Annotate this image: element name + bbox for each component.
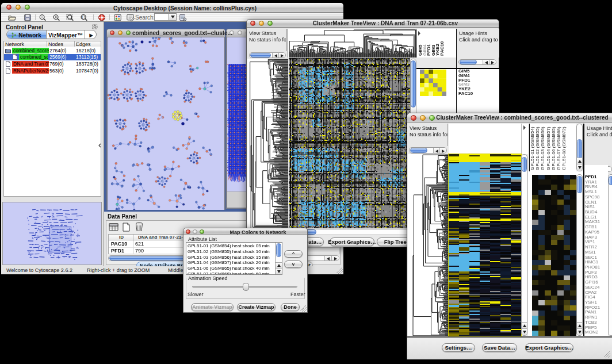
- tv1-row-dendrogram-canvas[interactable]: [247, 59, 288, 228]
- tv1-heatmap-vscroll-thumb[interactable]: [411, 60, 416, 108]
- network-table-header-nodes[interactable]: Nodes: [47, 41, 75, 47]
- network-table-row[interactable]: RNAPuberNov2+563(0)107847(0): [4, 67, 101, 74]
- tv2-minimize-button[interactable]: [420, 115, 426, 121]
- tv1-heatmap[interactable]: [289, 58, 410, 228]
- float-panel-icon[interactable]: [92, 24, 98, 29]
- tab-more-button[interactable]: ▶: [85, 30, 97, 39]
- scroll-left-icon[interactable]: [433, 148, 439, 154]
- scroll-down-icon[interactable]: [577, 164, 582, 171]
- divider-collapse-icon[interactable]: [98, 143, 102, 148]
- scroll-right-icon[interactable]: [278, 53, 285, 58]
- scroll-left-icon[interactable]: [324, 256, 331, 261]
- tab-vizmapper[interactable]: VizMapper™: [47, 30, 85, 39]
- network-overview-canvas[interactable]: [3, 202, 101, 265]
- tv2-heatmap-vscroll-thumb[interactable]: [522, 157, 527, 172]
- network-table-row[interactable]: DNA and Tran 07769(0)183728(0): [4, 60, 101, 67]
- tv2-genes-vscroll-thumb[interactable]: [609, 176, 612, 185]
- attribute-list-item[interactable]: GPL51-03 (GSM856) heat shock 15 min: [188, 255, 274, 260]
- window-a-minimize-button[interactable]: [118, 30, 123, 35]
- tv1-similarity-matrix[interactable]: [420, 70, 446, 96]
- save-icon[interactable]: [24, 14, 32, 21]
- animation-slider-thumb[interactable]: [243, 283, 249, 291]
- new-attribute-icon[interactable]: [122, 223, 131, 232]
- filter-icon[interactable]: [179, 14, 187, 21]
- tv2-maximize-button[interactable]: [429, 115, 435, 121]
- move-up-button[interactable]: ^: [284, 250, 303, 258]
- scroll-right-icon[interactable]: [489, 60, 496, 65]
- tv2-export-graphics-button[interactable]: Export Graphics…: [525, 343, 573, 352]
- vizmapper-icon[interactable]: [114, 14, 122, 21]
- tv2-zoom-vscroll-thumb[interactable]: [577, 176, 582, 193]
- tv1-minimize-button[interactable]: [259, 21, 264, 26]
- dialog-minimize-button[interactable]: [193, 229, 197, 234]
- tv2-heatmap[interactable]: [449, 154, 521, 336]
- dialog-maximize-button[interactable]: [200, 229, 204, 234]
- network-view-a[interactable]: [108, 37, 224, 210]
- attribute-list-vscroll-thumb[interactable]: [276, 243, 281, 257]
- tv1-column-dendrogram-canvas[interactable]: [289, 29, 416, 58]
- done-button[interactable]: Done: [281, 303, 300, 311]
- window-a-titlebar[interactable]: combined_scores_good.txt--cluste...: [107, 29, 225, 37]
- scroll-left-icon[interactable]: [483, 60, 489, 65]
- attribute-list-item[interactable]: GPL51-07 (GSM868) heat shock 60 min: [188, 271, 274, 274]
- network-window-a[interactable]: combined_scores_good.txt--cluste...: [106, 29, 225, 210]
- help-ring-icon[interactable]: [98, 14, 106, 21]
- dialog-titlebar[interactable]: Map Colors to Network: [183, 228, 307, 235]
- attribute-list[interactable]: GPL51-01 (GSM854) heat shock 05 minGPL51…: [186, 242, 282, 275]
- tv2-labels-vscroll-thumb[interactable]: [577, 139, 582, 160]
- tv1-status-hscrollbar[interactable]: [249, 52, 286, 58]
- attr-col-id[interactable]: ID: [109, 235, 133, 241]
- scroll-up-icon[interactable]: [577, 322, 582, 328]
- attribute-list-item[interactable]: GPL51-02 (GSM855) heat shock 10 min: [188, 249, 274, 254]
- tv2-labels-vscrollbar[interactable]: [576, 124, 583, 171]
- tv2-status-hscrollbar[interactable]: [409, 147, 447, 154]
- zoom-out-icon[interactable]: [39, 14, 47, 21]
- tv1-status-hscroll-thumb[interactable]: [250, 53, 271, 58]
- close-button[interactable]: [6, 5, 12, 10]
- scroll-down-icon[interactable]: [276, 268, 282, 274]
- network-table-row[interactable]: combined_scores_2764(0)16218(0): [4, 47, 101, 54]
- tv2-row-dendrogram[interactable]: [408, 154, 449, 336]
- search-input[interactable]: [154, 13, 177, 21]
- network-table-row[interactable]: combined_sco2569(6)13112(15): [4, 54, 101, 61]
- tv1-close-button[interactable]: [250, 21, 255, 26]
- zoom-in-icon[interactable]: [52, 14, 60, 21]
- network-table-header-network[interactable]: Network: [4, 41, 47, 47]
- tv2-close-button[interactable]: [411, 115, 416, 121]
- window-a-maximize-button[interactable]: [126, 30, 131, 35]
- tv2-resize-grip[interactable]: [604, 351, 610, 358]
- tv2-zoom-heatmap[interactable]: [532, 175, 576, 336]
- tv1-titlebar[interactable]: ClusterMaker TreeView : DNA and Tran 07-…: [247, 20, 499, 28]
- window-a-close-button[interactable]: [110, 30, 114, 35]
- tv2-zoom-vscrollbar[interactable]: [576, 174, 583, 336]
- scroll-up-icon[interactable]: [276, 262, 282, 268]
- annotation-icon[interactable]: [127, 14, 135, 21]
- tv1-column-dendrogram[interactable]: [288, 29, 416, 58]
- scroll-up-icon[interactable]: [522, 322, 527, 328]
- open-folder-icon[interactable]: [8, 14, 16, 21]
- tv1-heatmap-canvas[interactable]: [289, 58, 410, 228]
- tv2-heatmap-canvas[interactable]: [449, 154, 521, 336]
- tab-network[interactable]: Network: [7, 30, 47, 39]
- tv2-status-hscroll-thumb[interactable]: [410, 148, 427, 153]
- minimize-button[interactable]: [16, 5, 21, 10]
- network-table-header-edges[interactable]: Edges: [75, 41, 101, 47]
- tv2-titlebar[interactable]: ClusterMaker TreeView : combined_scores_…: [407, 113, 612, 122]
- tv1-maximize-button[interactable]: [267, 21, 273, 26]
- tv2-genes-vscrollbar[interactable]: [608, 174, 612, 336]
- zoom-fit-icon[interactable]: 1:1: [80, 14, 88, 21]
- animate-vizmap-button[interactable]: Animate Vizmap: [191, 303, 234, 311]
- dialog-close-button[interactable]: [186, 229, 190, 234]
- main-titlebar[interactable]: Cytoscape Desktop (Session Name: collins…: [1, 3, 343, 13]
- scroll-down-icon[interactable]: [577, 328, 582, 335]
- create-vizmap-button[interactable]: Create Vizmap: [237, 303, 276, 311]
- network-overview-panel[interactable]: [2, 202, 102, 265]
- tv1-row-dendrogram[interactable]: [247, 59, 288, 228]
- maximize-button[interactable]: [25, 5, 30, 10]
- scroll-down-icon[interactable]: [522, 328, 527, 335]
- attribute-list-item[interactable]: GPL51-06 (GSM865) heat shock 40 min: [188, 266, 274, 271]
- tv2-row-dendrogram-canvas[interactable]: [408, 154, 449, 336]
- attribute-list-vscrollbar[interactable]: [275, 243, 282, 274]
- search-dropdown-icon[interactable]: [169, 14, 176, 20]
- attribute-select-icon[interactable]: [109, 223, 118, 232]
